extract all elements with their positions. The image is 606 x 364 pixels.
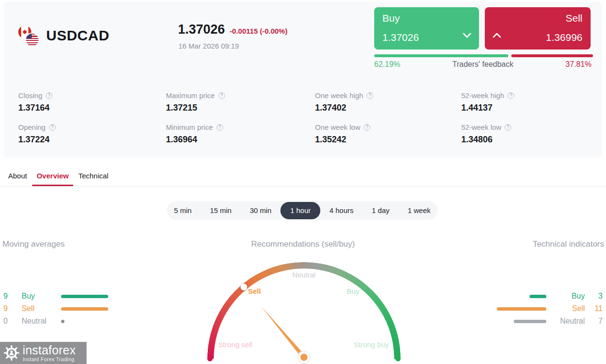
stat-label: Opening — [18, 123, 46, 131]
tab-technical[interactable]: Technical — [78, 172, 109, 186]
stat-opening: Opening? 1.37224 — [18, 123, 56, 145]
neutral-count: 0 — [3, 317, 22, 326]
stat-label: One week low — [315, 123, 360, 131]
buy-button[interactable]: Buy 1.37026 — [374, 7, 479, 50]
timeframe-15min[interactable]: 15 min — [201, 202, 240, 219]
sell-label: Sell — [22, 304, 61, 313]
help-icon[interactable]: ? — [505, 124, 511, 131]
stat-label: Closing — [18, 91, 42, 100]
stat-one-week-low: One week low? 1.35242 — [315, 123, 370, 145]
stat-minimum-price: Minimum price? 1.36964 — [166, 123, 223, 145]
buy-price: 1.37026 — [382, 32, 419, 43]
recommendation-gauge: Neutral Sell Buy Strong sell Strong buy — [207, 262, 401, 364]
timeframe-5min[interactable]: 5 min — [165, 202, 201, 219]
stat-closing: Closing? 1.37164 — [18, 91, 52, 113]
stat-value: 1.35242 — [315, 135, 370, 145]
legend-row-sell: 9 Sell — [3, 302, 108, 315]
help-icon[interactable]: ? — [366, 92, 373, 99]
brand-tagline: Instant Forex Trading — [23, 356, 76, 362]
stat-value: 1.37215 — [166, 103, 225, 113]
technical-indicators-title: Technical indicators — [533, 239, 604, 249]
recommendations-title: Recommendations (sell/buy) — [0, 239, 606, 249]
help-icon[interactable]: ? — [364, 124, 370, 131]
tab-bar: About Overview Technical — [0, 172, 606, 187]
neutral-label: Neutral — [22, 317, 61, 326]
tab-overview[interactable]: Overview — [32, 172, 73, 186]
buy-label: Buy — [546, 292, 585, 301]
sell-label: Sell — [546, 304, 585, 313]
neutral-bar — [514, 320, 546, 323]
neutral-count: 7 — [585, 317, 603, 326]
feedback-buy-percent: 62.19% — [374, 60, 400, 69]
chevron-up-icon[interactable] — [492, 31, 501, 40]
traders-feedback-labels: 62.19% Traders' feedback 37.81% — [374, 60, 592, 69]
stat-value: 1.37224 — [18, 135, 56, 145]
buy-bar — [530, 295, 546, 298]
price-change: -0.00115 (-0.00%) — [230, 27, 288, 35]
legend-row-neutral: 0 Neutral — [3, 315, 108, 327]
help-icon[interactable]: ? — [46, 92, 52, 99]
neutral-label: Neutral — [546, 317, 585, 326]
feedback-title: Traders' feedback — [453, 60, 514, 69]
help-icon[interactable]: ? — [218, 92, 225, 99]
current-price: 1.37026 — [178, 22, 225, 37]
stat-value: 1.37164 — [18, 103, 52, 113]
stat-value: 1.34806 — [461, 135, 511, 145]
sell-count: 11 — [585, 304, 603, 313]
gauge-needle — [259, 305, 305, 358]
stat-value: 1.37402 — [315, 103, 373, 113]
stat-maximum-price: Maximum price? 1.37215 — [166, 91, 225, 113]
gauge-label-neutral: Neutral — [292, 271, 316, 279]
sell-button[interactable]: Sell 1.36996 — [485, 7, 591, 50]
stat-label: 52-week low — [461, 123, 501, 131]
stat-value: 1.44137 — [461, 103, 514, 113]
help-icon[interactable]: ? — [49, 124, 56, 131]
sell-bar — [497, 307, 546, 311]
stat-label: 52-week high — [461, 91, 504, 100]
brand-name: instaforex — [23, 344, 76, 356]
timeframe-1hour[interactable]: 1 hour — [280, 202, 320, 219]
legend-row-buy: 9 Buy — [3, 290, 108, 302]
gauge-marker-dot — [240, 284, 247, 290]
stat-label: One week high — [315, 91, 363, 100]
sell-button-label: Sell — [566, 13, 582, 24]
legend-row-buy: Buy 3 — [478, 290, 603, 302]
legend-row-sell: Sell 11 — [478, 302, 603, 315]
feedback-sell-segment — [511, 54, 593, 57]
timeframe-1week[interactable]: 1 week — [399, 202, 440, 219]
sell-price: 1.36996 — [546, 32, 582, 43]
gauge-label-strong-buy: Strong buy — [354, 340, 389, 349]
price-block: 1.37026 -0.00115 (-0.00%) — [178, 22, 288, 37]
stat-value: 1.36964 — [166, 135, 223, 145]
buy-count: 9 — [3, 292, 22, 301]
stat-label: Maximum price — [166, 91, 215, 100]
timeframe-30min[interactable]: 30 min — [240, 202, 280, 219]
help-icon[interactable]: ? — [507, 92, 514, 99]
usdcad-overview-page: USDCAD 1.37026 -0.00115 (-0.00%) 16 Mar … — [0, 0, 606, 364]
buy-bar — [61, 295, 108, 298]
feedback-buy-segment — [374, 54, 508, 57]
buy-button-label: Buy — [382, 13, 400, 24]
timeframe-4hours[interactable]: 4 hours — [320, 202, 363, 219]
timeframe-selector: 5 min 15 min 30 min 1 hour 4 hours 1 day… — [167, 201, 438, 220]
stat-52-week-low: 52-week low? 1.34806 — [461, 123, 511, 145]
neutral-dot — [61, 320, 64, 323]
gauge-label-buy: Buy — [347, 287, 359, 295]
chevron-down-icon[interactable] — [463, 31, 471, 40]
instaforex-gear-icon — [3, 345, 20, 361]
moving-averages-legend: 9 Buy 9 Sell 0 Neutral — [3, 290, 108, 327]
buy-label: Buy — [22, 292, 61, 301]
stat-52-week-high: 52-week high? 1.44137 — [461, 91, 514, 113]
sell-bar — [61, 307, 108, 311]
traders-feedback-bar — [374, 54, 593, 57]
technical-indicators-legend: Buy 3 Sell 11 Neutral 7 — [478, 290, 603, 327]
help-icon[interactable]: ? — [216, 124, 223, 131]
timeframe-1day[interactable]: 1 day — [363, 202, 399, 219]
stat-label: Minimum price — [166, 123, 213, 131]
symbol-title: USDCAD — [46, 27, 109, 44]
instaforex-watermark: instaforex Instant Forex Trading — [0, 342, 87, 364]
us-flag-icon — [25, 33, 39, 47]
quote-timestamp: 16 Mar 2026 09:19 — [178, 42, 239, 50]
gauge-label-sell: Sell — [248, 287, 261, 295]
tab-about[interactable]: About — [8, 172, 27, 186]
